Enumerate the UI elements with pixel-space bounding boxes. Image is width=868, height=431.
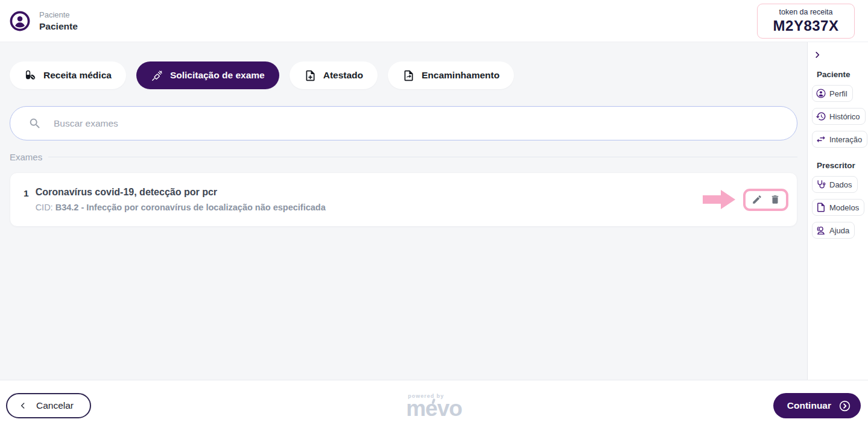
continue-label: Continuar bbox=[787, 400, 831, 411]
sidebar-collapse-button[interactable] bbox=[813, 49, 824, 60]
exam-list-item: 1 Coronavírus covid-19, detecção por pcr… bbox=[10, 172, 797, 227]
patient-avatar-icon bbox=[10, 11, 30, 31]
exam-main: 1 Coronavírus covid-19, detecção por pcr… bbox=[24, 187, 326, 212]
arrow-circle-right-icon bbox=[838, 400, 851, 412]
tab-label: Solicitação de exame bbox=[170, 70, 265, 81]
tab-receita-medica[interactable]: Receita médica bbox=[10, 61, 126, 89]
chevron-left-icon bbox=[19, 401, 27, 410]
sidebar-group-prescritor: Dados Modelos bbox=[812, 176, 866, 239]
sidebar-group-paciente: Perfil Histórico Interação bbox=[812, 85, 866, 148]
exchange-arrows-icon bbox=[816, 134, 826, 145]
token-value: M2Y837X bbox=[773, 17, 839, 34]
user-circle-icon bbox=[816, 88, 826, 99]
exams-divider bbox=[48, 157, 797, 157]
sidebar-item-label: Ajuda bbox=[829, 226, 849, 235]
sidebar-item-label: Interação bbox=[829, 135, 862, 144]
history-icon bbox=[816, 111, 826, 122]
right-sidebar: Paciente Perfil Histórico bbox=[807, 42, 868, 380]
patient-name: Paciente bbox=[39, 21, 78, 32]
exams-section-header: Exames bbox=[10, 152, 797, 162]
exam-actions bbox=[702, 189, 788, 211]
cid-value: B34.2 - Infecção por coronavírus de loca… bbox=[55, 203, 326, 212]
delete-exam-button[interactable] bbox=[769, 194, 781, 206]
sidebar-heading-paciente: Paciente bbox=[817, 70, 866, 79]
tab-solicitacao-de-exame[interactable]: Solicitação de exame bbox=[136, 61, 279, 89]
sidebar-item-label: Modelos bbox=[829, 203, 859, 212]
exam-search-bar bbox=[10, 106, 797, 140]
sidebar-item-dados[interactable]: Dados bbox=[812, 176, 858, 193]
document-forward-icon bbox=[402, 69, 415, 82]
mevo-logo: powered by mevo bbox=[406, 393, 462, 418]
trash-icon bbox=[770, 194, 781, 205]
exam-title: Coronavírus covid-19, detecção por pcr bbox=[36, 187, 326, 198]
tab-encaminhamento[interactable]: Encaminhamento bbox=[388, 61, 514, 89]
exam-index: 1 bbox=[24, 188, 29, 199]
sidebar-item-label: Perfil bbox=[829, 89, 847, 98]
document-icon bbox=[816, 202, 826, 213]
edit-exam-button[interactable] bbox=[751, 194, 762, 206]
syringe-icon bbox=[151, 69, 163, 82]
mevo-logo-text: mevo bbox=[406, 399, 462, 418]
main-panel: Receita médica Solicitação de exame bbox=[0, 42, 807, 380]
sidebar-heading-prescritor: Prescritor bbox=[817, 161, 866, 170]
annotation-highlight-box bbox=[743, 189, 788, 211]
cancel-button[interactable]: Cancelar bbox=[6, 393, 91, 418]
tab-label: Atestado bbox=[323, 70, 363, 81]
header: Paciente Paciente token da receita M2Y83… bbox=[0, 0, 868, 42]
search-icon bbox=[28, 117, 42, 130]
document-type-tabs: Receita médica Solicitação de exame bbox=[10, 61, 797, 89]
support-icon bbox=[816, 225, 826, 236]
footer-bar: Cancelar powered by mevo Continuar bbox=[0, 380, 868, 431]
sidebar-item-perfil[interactable]: Perfil bbox=[812, 85, 853, 102]
sidebar-item-label: Dados bbox=[829, 180, 852, 189]
sidebar-item-ajuda[interactable]: Ajuda bbox=[812, 222, 855, 239]
sidebar-item-modelos[interactable]: Modelos bbox=[812, 199, 864, 216]
continue-button[interactable]: Continuar bbox=[773, 393, 861, 418]
sidebar-item-historico[interactable]: Histórico bbox=[812, 108, 866, 125]
sidebar-item-label: Histórico bbox=[829, 112, 860, 121]
pills-icon bbox=[24, 69, 37, 82]
annotation-arrow bbox=[702, 189, 736, 210]
stethoscope-icon bbox=[816, 179, 826, 190]
search-input[interactable] bbox=[54, 118, 786, 129]
tab-atestado[interactable]: Atestado bbox=[290, 61, 378, 89]
exams-heading: Exames bbox=[10, 152, 42, 162]
pencil-icon bbox=[752, 194, 762, 205]
exam-cid: CID: B34.2 - Infecção por coronavírus de… bbox=[36, 203, 326, 212]
sidebar-item-interacao[interactable]: Interação bbox=[812, 131, 867, 148]
document-plus-icon bbox=[304, 69, 317, 82]
patient-label: Paciente bbox=[39, 10, 78, 19]
content-row: Receita médica Solicitação de exame bbox=[0, 42, 868, 380]
tab-label: Encaminhamento bbox=[422, 70, 499, 81]
chevron-right-icon bbox=[813, 51, 822, 59]
prescription-token-box: token da receita M2Y837X bbox=[757, 4, 855, 39]
prescription-app: Paciente Paciente token da receita M2Y83… bbox=[0, 0, 868, 431]
patient-block: Paciente Paciente bbox=[39, 10, 78, 32]
tab-label: Receita médica bbox=[43, 70, 112, 81]
token-label: token da receita bbox=[779, 8, 833, 16]
cid-label: CID: bbox=[36, 203, 53, 212]
cancel-label: Cancelar bbox=[36, 400, 74, 411]
